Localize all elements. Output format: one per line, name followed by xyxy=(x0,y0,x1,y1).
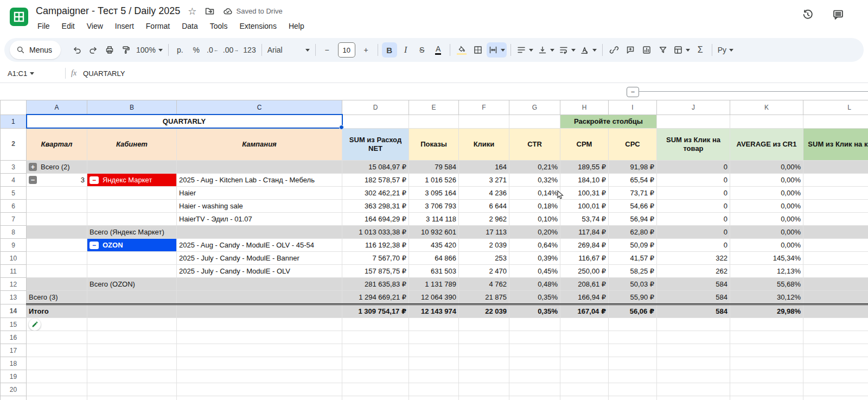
cell-E12[interactable]: 1 131 789 xyxy=(409,278,459,291)
cell-G14[interactable]: 0,35% xyxy=(509,304,560,318)
cell-L7[interactable] xyxy=(803,213,868,226)
cell-I12[interactable]: 50,03 ₽ xyxy=(609,278,657,291)
cell-K9[interactable]: 0,00% xyxy=(730,239,803,252)
cell-L3[interactable] xyxy=(803,161,868,174)
cell-H4[interactable]: 184,10 ₽ xyxy=(560,174,609,187)
column-header-E[interactable]: E xyxy=(409,100,459,115)
row-header-13[interactable]: 13 xyxy=(1,291,27,304)
cell-J4[interactable]: 0 xyxy=(657,174,730,187)
menu-extensions[interactable]: Extensions xyxy=(235,20,280,32)
text-rotation-button[interactable] xyxy=(578,42,598,58)
cell-B3[interactable] xyxy=(87,161,177,174)
cell-L6[interactable] xyxy=(803,200,868,213)
cell-D12[interactable]: 281 635,83 ₽ xyxy=(342,278,409,291)
increase-decimal-button[interactable]: .00→ xyxy=(221,42,240,58)
cell-F19[interactable] xyxy=(459,370,509,383)
cell-D3[interactable]: 15 084,97 ₽ xyxy=(342,161,409,174)
bold-button[interactable]: B xyxy=(382,42,397,58)
cell-E10[interactable]: 64 866 xyxy=(409,252,459,265)
font-size-input[interactable]: 10 xyxy=(338,42,355,58)
cell-K2[interactable]: AVERAGE из CR1 xyxy=(730,128,803,161)
collapse-pivot-group-button[interactable]: − xyxy=(90,176,99,184)
cell-J2[interactable]: SUM из Клик на товар xyxy=(657,128,730,161)
cell-B13[interactable] xyxy=(87,291,177,304)
cell-F15[interactable] xyxy=(459,318,509,331)
insert-comment-button[interactable] xyxy=(623,42,638,58)
cell-F13[interactable]: 21 875 xyxy=(459,291,509,304)
cell-D11[interactable]: 157 875,75 ₽ xyxy=(342,265,409,278)
cell-A2[interactable]: Квартал xyxy=(27,128,87,161)
menus-search-button[interactable]: Menus xyxy=(10,41,61,59)
expand-group-button[interactable]: + xyxy=(29,163,37,171)
cell-K3[interactable]: 0,00% xyxy=(730,161,803,174)
cell-E7[interactable]: 3 114 118 xyxy=(409,213,459,226)
cell-B19[interactable] xyxy=(87,370,177,383)
cell-E5[interactable]: 3 095 164 xyxy=(409,187,459,200)
cell-H9[interactable]: 269,84 ₽ xyxy=(560,239,609,252)
menu-data[interactable]: Data xyxy=(178,20,202,32)
cell-K19[interactable] xyxy=(730,370,803,383)
cell-L10[interactable] xyxy=(803,252,868,265)
cell-J20[interactable] xyxy=(657,383,730,396)
cell-L12[interactable] xyxy=(803,278,868,291)
undo-button[interactable] xyxy=(69,42,85,58)
row-header-10[interactable]: 10 xyxy=(1,252,27,265)
cell-D15[interactable] xyxy=(342,318,409,331)
column-header-J[interactable]: J xyxy=(657,100,730,115)
cell-K4[interactable]: 0,00% xyxy=(730,174,803,187)
row-header-19[interactable]: 19 xyxy=(1,370,27,383)
insert-chart-button[interactable] xyxy=(639,42,654,58)
cell-H12[interactable]: 208,61 ₽ xyxy=(560,278,609,291)
row-header-14[interactable]: 14 xyxy=(1,304,27,318)
cell-D21[interactable] xyxy=(342,396,409,400)
cell-F16[interactable] xyxy=(459,331,509,344)
cell-G17[interactable] xyxy=(509,344,560,357)
cell-A17[interactable] xyxy=(27,344,87,357)
menu-tools[interactable]: Tools xyxy=(206,20,232,32)
cell-A3[interactable]: +Всего (2) xyxy=(27,161,87,174)
cell-E21[interactable] xyxy=(409,396,459,400)
cell-A10[interactable] xyxy=(27,252,87,265)
menu-edit[interactable]: Edit xyxy=(58,20,79,32)
row-header-17[interactable]: 17 xyxy=(1,344,27,357)
cell-K15[interactable] xyxy=(730,318,803,331)
cell-L17[interactable] xyxy=(803,344,868,357)
cell-F1[interactable] xyxy=(459,115,509,128)
cell-E14[interactable]: 12 143 974 xyxy=(409,304,459,318)
row-header-4[interactable]: 4 xyxy=(1,174,27,187)
cell-G10[interactable]: 0,39% xyxy=(509,252,560,265)
cell-A11[interactable] xyxy=(27,265,87,278)
cell-I11[interactable]: 58,25 ₽ xyxy=(609,265,657,278)
cell-H1-expand-columns-banner[interactable]: Раскройте столбцы xyxy=(560,115,657,128)
row-header-15[interactable]: 15 xyxy=(1,318,27,331)
row-header-3[interactable]: 3 xyxy=(1,161,27,174)
cell-H13[interactable]: 166,94 ₽ xyxy=(560,291,609,304)
cell-D13[interactable]: 1 294 669,21 ₽ xyxy=(342,291,409,304)
cell-K13[interactable]: 30,12% xyxy=(730,291,803,304)
row-header-11[interactable]: 11 xyxy=(1,265,27,278)
cell-F9[interactable]: 2 039 xyxy=(459,239,509,252)
functions-button[interactable]: Σ xyxy=(693,42,708,58)
column-header-D[interactable]: D xyxy=(342,100,409,115)
cell-L11[interactable] xyxy=(803,265,868,278)
cell-C14[interactable] xyxy=(177,304,342,318)
row-header-7[interactable]: 7 xyxy=(1,213,27,226)
cell-L15[interactable] xyxy=(803,318,868,331)
cell-D8[interactable]: 1 013 033,38 ₽ xyxy=(342,226,409,239)
cell-H14[interactable]: 167,04 ₽ xyxy=(560,304,609,318)
menu-help[interactable]: Help xyxy=(285,20,308,32)
cell-I16[interactable] xyxy=(609,331,657,344)
cell-H16[interactable] xyxy=(560,331,609,344)
cell-F7[interactable]: 2 962 xyxy=(459,213,509,226)
cell-C15[interactable] xyxy=(177,318,342,331)
cell-B15[interactable] xyxy=(87,318,177,331)
cell-C17[interactable] xyxy=(177,344,342,357)
column-header-H[interactable]: H xyxy=(560,100,609,115)
cell-G7[interactable]: 0,10% xyxy=(509,213,560,226)
cell-D4[interactable]: 182 578,57 ₽ xyxy=(342,174,409,187)
collapse-columns-button[interactable]: − xyxy=(627,87,639,97)
cell-C10[interactable]: 2025 - July - Candy - ModulE - Banner xyxy=(177,252,342,265)
cell-J12[interactable]: 584 xyxy=(657,278,730,291)
cell-B10[interactable] xyxy=(87,252,177,265)
cell-C11[interactable]: 2025 - July - Candy - ModulE - OLV xyxy=(177,265,342,278)
